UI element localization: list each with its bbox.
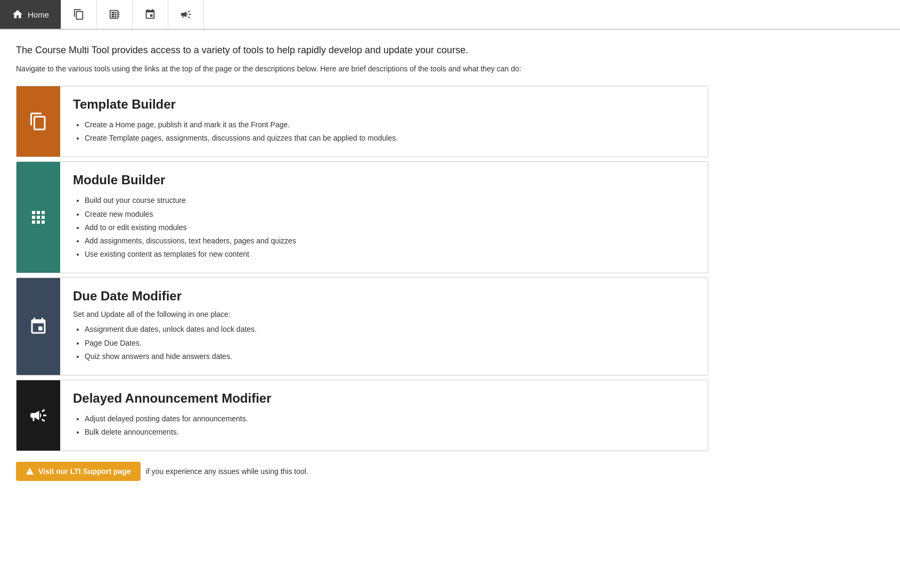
- copy-icon: [29, 112, 48, 131]
- svg-rect-5: [115, 16, 117, 18]
- megaphone-nav-icon: [180, 9, 192, 20]
- support-footer: Visit our LTI Support page if you experi…: [16, 462, 708, 481]
- tool-card-template-builder: Template Builder Create a Home page, pub…: [16, 86, 708, 157]
- list-item: Create new modules: [85, 208, 695, 221]
- nav-tab-due-date[interactable]: [133, 0, 168, 29]
- calendar-nav-icon: [144, 9, 156, 20]
- nav-tab-template[interactable]: [61, 0, 97, 29]
- list-item: Adjust delayed posting dates for announc…: [85, 412, 695, 426]
- tool-card-due-date-modifier: Due Date Modifier Set and Update all of …: [16, 277, 708, 375]
- intro-line-1: The Course Multi Tool provides access to…: [16, 45, 708, 56]
- svg-rect-1: [112, 14, 115, 15]
- list-item: Quiz show answers and hide answers dates…: [85, 350, 695, 363]
- tool-card-module-builder: Module Builder Build out your course str…: [16, 161, 708, 273]
- nav-home-label: Home: [28, 10, 49, 19]
- home-icon: [12, 9, 23, 20]
- announcement-content: Delayed Announcement Modifier Adjust del…: [60, 380, 708, 451]
- support-button[interactable]: Visit our LTI Support page: [16, 462, 141, 481]
- announcement-list: Adjust delayed posting dates for announc…: [73, 412, 695, 439]
- list-item: Page Due Dates.: [85, 337, 695, 350]
- template-builder-content: Template Builder Create a Home page, pub…: [60, 86, 708, 157]
- intro-line-2: Navigate to the various tools using the …: [16, 64, 708, 73]
- list-item: Bulk delete announcements.: [85, 426, 695, 439]
- list-item: Use existing content as templates for ne…: [85, 248, 695, 261]
- support-button-label: Visit our LTI Support page: [38, 467, 131, 476]
- nav-tab-module[interactable]: [97, 0, 133, 29]
- main-content: The Course Multi Tool provides access to…: [0, 30, 724, 497]
- copy-nav-icon: [73, 9, 85, 20]
- template-builder-title: Template Builder: [73, 97, 695, 112]
- list-item: Assignment due dates, unlock dates and l…: [85, 323, 695, 336]
- megaphone-icon: [29, 406, 48, 425]
- navbar: Home: [0, 0, 900, 30]
- due-date-title: Due Date Modifier: [73, 289, 695, 304]
- due-date-list: Assignment due dates, unlock dates and l…: [73, 323, 695, 363]
- nav-tab-home[interactable]: Home: [0, 0, 61, 29]
- list-item: Create a Home page, publish it and mark …: [85, 118, 695, 132]
- due-date-desc: Set and Update all of the following in o…: [73, 310, 695, 318]
- list-item: Add to or edit existing modules: [85, 221, 695, 234]
- calendar-icon: [29, 317, 48, 336]
- list-item: Create Template pages, assignments, disc…: [85, 132, 695, 145]
- module-builder-icon-col: [17, 162, 60, 273]
- module-builder-list: Build out your course structure Create n…: [73, 194, 695, 261]
- module-builder-title: Module Builder: [73, 173, 695, 187]
- announcement-title: Delayed Announcement Modifier: [73, 391, 695, 406]
- template-builder-list: Create a Home page, publish it and mark …: [73, 118, 695, 145]
- template-builder-icon-col: [17, 86, 60, 157]
- svg-rect-3: [115, 12, 117, 13]
- svg-rect-2: [112, 16, 115, 18]
- nav-tab-announcement[interactable]: [168, 0, 204, 29]
- support-text: if you experience any issues while using…: [146, 467, 308, 476]
- sitemap-nav-icon: [109, 9, 120, 20]
- list-item: Build out your course structure: [85, 194, 695, 207]
- announcement-icon-col: [17, 380, 60, 451]
- due-date-content: Due Date Modifier Set and Update all of …: [60, 278, 708, 375]
- svg-rect-4: [115, 14, 117, 15]
- module-builder-content: Module Builder Build out your course str…: [60, 162, 708, 273]
- tool-card-announcement-modifier: Delayed Announcement Modifier Adjust del…: [16, 380, 708, 451]
- warning-icon: [26, 467, 34, 476]
- svg-rect-0: [112, 12, 115, 13]
- sitemap-icon: [29, 208, 48, 227]
- due-date-icon-col: [17, 278, 60, 375]
- list-item: Add assignments, discussions, text heade…: [85, 234, 695, 248]
